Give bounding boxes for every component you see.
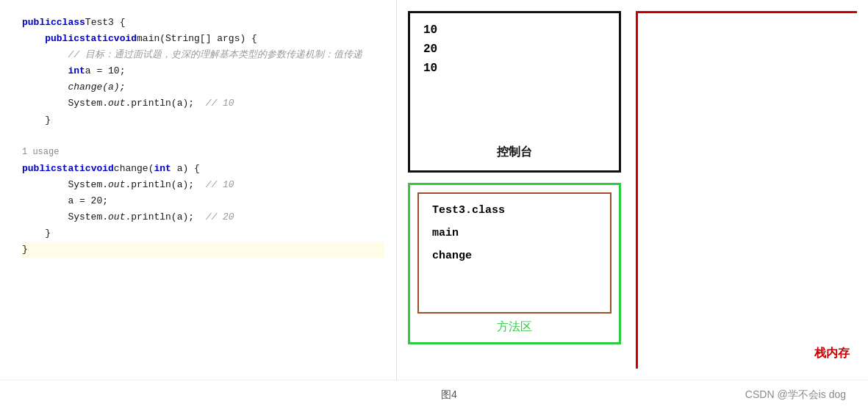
keyword-static2: static [57, 161, 91, 177]
println-a1: System.out.println(a); [22, 177, 194, 193]
code-area: public class Test3 { public static void … [0, 7, 396, 265]
code-line-comment1: // 目标：通过面试题，史深的理解基本类型的参数传递机制：值传递 [22, 47, 384, 63]
class-file-name: Test3.class [432, 204, 597, 217]
code-line-main: public static void main(String[] args) { [22, 31, 384, 47]
console-box: 10 20 10 控制台 [408, 11, 621, 173]
code-line-println1: System.out.println(a); // 10 [22, 95, 384, 112]
code-line-println-a1: System.out.println(a); // 10 [22, 177, 384, 193]
comment-10: // 10 [194, 95, 234, 112]
code-line-class: public class Test3 { [22, 15, 384, 31]
method-main: main(String[] args) { [137, 31, 257, 47]
method-change-label: change [432, 250, 597, 262]
code-line-assign20: a = 20; [22, 193, 384, 209]
method-area-section: Test3.class main change 方法区 [408, 183, 621, 344]
footer-figure: 图4 [397, 388, 457, 402]
method-area-label: 方法区 [417, 319, 611, 335]
console-line-3: 10 [423, 62, 606, 75]
println-a2: System.out.println(a); [22, 209, 194, 225]
comment-20: // 20 [194, 209, 234, 225]
keyword-class: class [57, 15, 85, 31]
footer: 图4 CSDN @学不会is dog [0, 380, 868, 409]
code-line-close-main: } [22, 112, 384, 129]
console-output: 10 20 10 [423, 23, 606, 137]
method-call-change: change(a); [22, 79, 125, 95]
close-brace-change: } [22, 225, 51, 242]
code-line-change-method: public static void change(int a) { [22, 161, 384, 177]
spacer1 [22, 129, 384, 145]
stack-box: 栈内存 [636, 11, 857, 369]
code-line-close-change: } [22, 225, 384, 242]
console-line-1: 10 [423, 23, 606, 37]
method-area-inner: Test3.class main change [417, 192, 611, 314]
comment-10b: // 10 [194, 177, 234, 193]
method-area-outer: Test3.class main change 方法区 [408, 183, 621, 344]
assign-20: a = 20; [22, 193, 108, 209]
keyword-public2: public [22, 31, 79, 47]
keyword-void2: void [91, 161, 114, 177]
console-line-2: 20 [423, 43, 606, 56]
keyword-public3: public [22, 161, 57, 177]
code-line-int: int a = 10; [22, 63, 384, 79]
keyword-void: void [114, 31, 137, 47]
console-label: 控制台 [423, 145, 606, 160]
code-line-usage: 1 usage [22, 145, 384, 161]
main-content: public class Test3 { public static void … [0, 0, 868, 380]
comment-text1: // 目标：通过面试题，史深的理解基本类型的参数传递机制：值传递 [22, 47, 362, 63]
left-col: 10 20 10 控制台 Test3.class main change [408, 11, 621, 369]
keyword-int: int [22, 63, 85, 79]
usage-label: 1 usage [22, 145, 59, 159]
diagram-panel: 10 20 10 控制台 Test3.class main change [397, 0, 868, 380]
close-brace-main: } [22, 112, 51, 129]
console-section: 10 20 10 控制台 [408, 11, 621, 173]
keyword-public: public [22, 15, 57, 31]
class-name: Test3 { [85, 15, 126, 31]
println1: System.out.println(a); [22, 95, 194, 112]
var-a: a = 10; [85, 63, 126, 79]
code-panel: public class Test3 { public static void … [0, 0, 397, 380]
footer-attribution: CSDN @学不会is dog [745, 388, 846, 402]
code-line-close-class: } [22, 242, 384, 258]
close-brace-class: } [22, 242, 384, 258]
method-change: change(int a) { [114, 161, 200, 177]
stack-label: 栈内存 [814, 346, 850, 361]
diagram-row: 10 20 10 控制台 Test3.class main change [408, 11, 857, 369]
method-main-label: main [432, 227, 597, 239]
code-line-println-a2: System.out.println(a); // 20 [22, 209, 384, 225]
code-line-change-call: change(a); [22, 79, 384, 95]
keyword-static: static [79, 31, 114, 47]
